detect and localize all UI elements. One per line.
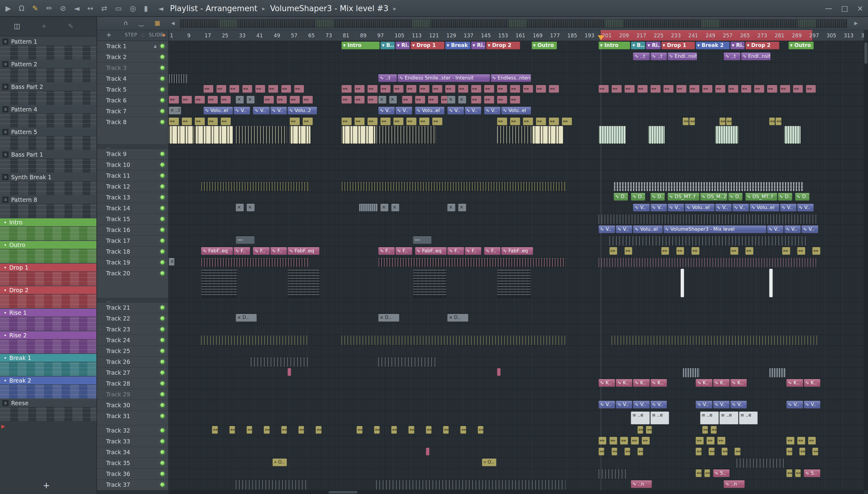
- pattern-clip[interactable]: »»: [642, 437, 650, 444]
- pattern-clip[interactable]: »»: [631, 437, 639, 444]
- automation-clip[interactable]: ∿ ..n: [724, 480, 745, 488]
- pattern-clip[interactable]: »»: [298, 426, 304, 434]
- pattern-clip[interactable]: ×: [236, 204, 244, 211]
- track-lane[interactable]: [169, 411, 864, 425]
- automation-clip[interactable]: ∿ Volu..el: [501, 107, 531, 114]
- pattern-clip[interactable]: »»: [208, 96, 218, 103]
- pattern-clip[interactable]: »»: [510, 85, 520, 93]
- automation-clip[interactable]: ∿ K..: [786, 379, 803, 387]
- track-lane[interactable]: [169, 389, 864, 400]
- track-row[interactable]: Track 25: [97, 346, 168, 357]
- marker-clip[interactable]: ▾ Ri..: [471, 42, 485, 50]
- pattern-item-header[interactable]: •Intro: [0, 218, 96, 227]
- timeline-tick[interactable]: 193: [585, 33, 594, 39]
- pattern-clip[interactable]: ≡ ..e: [700, 412, 719, 424]
- track-separator[interactable]: ...: [97, 298, 168, 302]
- scroll-right-button[interactable]: ▶: [854, 20, 858, 26]
- pattern-clip[interactable]: »»: [169, 117, 179, 125]
- automation-clip[interactable]: ∿ V..: [484, 107, 501, 114]
- meter-icon[interactable]: ▮: [144, 4, 148, 13]
- track-name[interactable]: Track 23: [106, 326, 130, 332]
- pattern-clip[interactable]: »»: [661, 247, 669, 255]
- track-row[interactable]: Track 34: [97, 447, 168, 458]
- track-name[interactable]: Track 28: [106, 380, 130, 387]
- automation-clip[interactable]: ∿ FabF..eq: [501, 247, 533, 255]
- timeline-tick[interactable]: 57: [291, 33, 297, 39]
- automation-clip[interactable]: ∿ V..: [616, 225, 632, 233]
- track-mute-led[interactable]: [160, 217, 165, 221]
- automation-clip[interactable]: ∿ Volu..el: [633, 225, 662, 233]
- automation-clip[interactable]: ∿ DS_MT..f: [668, 193, 699, 201]
- pattern-clip[interactable]: »»: [229, 426, 235, 434]
- track-name[interactable]: Track 36: [106, 471, 130, 477]
- pattern-clip[interactable]: »»: [786, 448, 792, 455]
- pattern-clip[interactable]: »»: [445, 85, 456, 93]
- track-name[interactable]: Track 17: [106, 238, 130, 244]
- magnet-icon[interactable]: ∩: [124, 19, 128, 26]
- marker-clip[interactable]: ▾ B..: [380, 42, 395, 50]
- track-lane[interactable]: [169, 302, 864, 313]
- pattern-clip[interactable]: »»: [735, 448, 740, 455]
- marker-clip[interactable]: ▾ Ri..: [395, 42, 410, 50]
- automation-clip[interactable]: ∿ V..: [270, 107, 287, 114]
- track-row[interactable]: Track 11: [97, 170, 168, 181]
- pattern-clip[interactable]: » O..: [482, 458, 496, 466]
- track-name[interactable]: Track 8: [106, 119, 127, 125]
- timeline-tick[interactable]: 217: [636, 33, 646, 39]
- pattern-clip[interactable]: »»: [806, 85, 816, 93]
- timeline-tick[interactable]: 129: [446, 33, 456, 39]
- automation-clip[interactable]: ∿ F..: [270, 247, 287, 255]
- track-row[interactable]: Track 30: [97, 400, 168, 411]
- pattern-clip[interactable]: »»: [208, 117, 218, 125]
- marker-clip[interactable]: ▾ Ri..: [646, 42, 660, 50]
- automation-clip[interactable]: ∿ D..: [795, 193, 810, 201]
- timeline-tick[interactable]: 321: [861, 33, 864, 39]
- pattern-clip[interactable]: ×: [246, 96, 255, 103]
- pattern-clip[interactable]: »»: [510, 117, 520, 125]
- close-button[interactable]: ×: [857, 4, 863, 13]
- timeline-tick[interactable]: 249: [705, 33, 715, 39]
- pattern-clip[interactable]: »»: [229, 85, 240, 93]
- track-name[interactable]: Track 18: [106, 248, 130, 255]
- track-mute-led[interactable]: [160, 349, 165, 353]
- pattern-clip[interactable]: [201, 258, 308, 267]
- vertical-scrollbar-handle[interactable]: [864, 42, 867, 64]
- pattern-clip[interactable]: »»: [812, 247, 820, 255]
- track-name[interactable]: Track 22: [106, 315, 130, 322]
- track-mute-led[interactable]: [160, 249, 165, 254]
- vertical-scrollbar[interactable]: [864, 41, 868, 490]
- audio-clip[interactable]: [532, 126, 563, 144]
- pattern-clip[interactable]: ×: [378, 96, 386, 103]
- pattern-item-header[interactable]: •Rise 2: [0, 331, 96, 340]
- delete-tool-icon[interactable]: ⊘: [60, 4, 66, 13]
- marker-clip[interactable]: ▾ Outro: [789, 42, 814, 50]
- pattern-clip[interactable]: »»: [367, 96, 377, 103]
- pattern-clip[interactable]: »»: [246, 426, 252, 434]
- pattern-clip[interactable]: »»: [797, 247, 805, 255]
- track-mute-led[interactable]: [160, 271, 165, 275]
- track-lane[interactable]: [169, 63, 864, 74]
- add-pattern-button[interactable]: +: [43, 480, 50, 490]
- track-row[interactable]: Track 8: [97, 117, 168, 145]
- track-row[interactable]: Track 1▲: [97, 41, 168, 52]
- track-lane[interactable]: [169, 160, 864, 170]
- pattern-clip[interactable]: »»: [182, 117, 192, 125]
- marker-clip[interactable]: ▾ Intro: [598, 42, 630, 50]
- pattern-clip[interactable]: »»: [458, 85, 468, 93]
- track-name[interactable]: Track 14: [106, 205, 130, 211]
- track-mute-led[interactable]: [160, 370, 165, 375]
- pattern-item-header[interactable]: •Drop 2: [0, 286, 96, 294]
- timeline-tick[interactable]: 153: [498, 33, 508, 39]
- pattern-clip[interactable]: [378, 357, 436, 366]
- track-name[interactable]: Track 27: [106, 369, 130, 376]
- pattern-clip[interactable]: [598, 214, 818, 224]
- track-mute-led[interactable]: [160, 338, 165, 342]
- pattern-clip[interactable]: »»: [706, 437, 715, 444]
- automation-clip[interactable]: ∿ V..: [650, 401, 667, 408]
- track-mute-led[interactable]: [160, 450, 165, 454]
- pattern-clip[interactable]: »»: [221, 117, 231, 125]
- pattern-clip[interactable]: »»: [715, 85, 725, 93]
- horizontal-scrollbar-handle[interactable]: [329, 491, 357, 493]
- audio-clip[interactable]: [341, 126, 375, 144]
- pattern-item[interactable]: ≣Bass Part 2: [0, 82, 96, 105]
